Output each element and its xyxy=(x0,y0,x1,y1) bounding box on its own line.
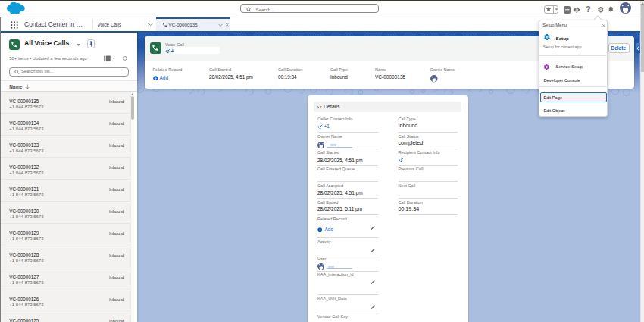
svg-text:?: ? xyxy=(586,5,591,14)
